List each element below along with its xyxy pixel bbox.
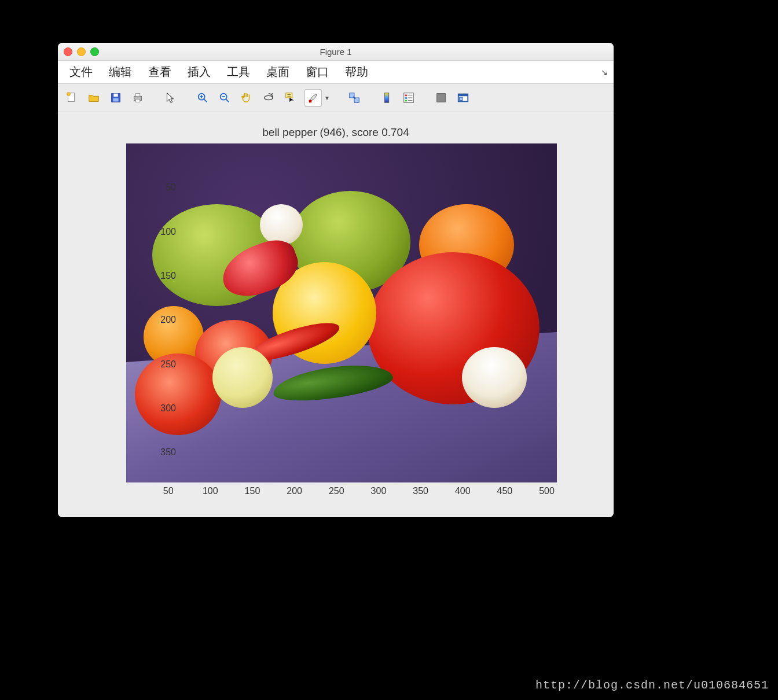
x-tick-label: 100 (203, 486, 218, 496)
titlebar[interactable]: Figure 1 (58, 43, 614, 61)
menu-help[interactable]: 帮助 (337, 62, 376, 82)
y-tick-label: 150 (147, 271, 176, 281)
x-tick-label: 350 (413, 486, 428, 496)
y-tick-label: 250 (147, 359, 176, 370)
x-tick-label: 500 (539, 486, 555, 496)
x-tick-label: 250 (329, 486, 344, 496)
image-plot (126, 143, 557, 482)
open-folder-icon[interactable] (86, 90, 102, 106)
svg-point-15 (265, 95, 273, 100)
color-bar-icon[interactable] (379, 90, 395, 106)
y-tick-label: 100 (147, 227, 176, 237)
svg-line-13 (226, 99, 229, 102)
zoom-in-icon[interactable] (195, 90, 211, 106)
hide-plot-icon[interactable] (433, 90, 449, 106)
menu-file[interactable]: 文件 (61, 62, 101, 82)
menu-tools[interactable]: 工具 (219, 62, 258, 82)
plot-title: bell pepper (946), score 0.704 (58, 126, 614, 139)
link-axes-icon[interactable] (346, 90, 362, 106)
y-tick-label: 200 (147, 315, 176, 325)
x-tick-label: 50 (163, 486, 174, 496)
dock-icon[interactable] (455, 90, 471, 106)
y-tick-label: 300 (147, 403, 176, 414)
menubar: 文件 编辑 查看 插入 工具 桌面 窗口 帮助 ↘ (58, 61, 614, 84)
svg-rect-16 (286, 93, 292, 98)
axes[interactable] (126, 143, 557, 482)
pointer-icon[interactable] (162, 90, 178, 106)
x-tick-label: 400 (455, 486, 471, 496)
svg-rect-30 (437, 94, 446, 102)
print-icon[interactable] (130, 90, 146, 106)
menu-desktop[interactable]: 桌面 (258, 62, 298, 82)
svg-rect-26 (405, 100, 407, 102)
svg-point-1 (67, 93, 71, 96)
rotate-icon[interactable] (260, 90, 277, 106)
menu-window[interactable]: 窗口 (298, 62, 337, 82)
brush-dropdown-icon[interactable]: ▼ (324, 95, 330, 101)
svg-rect-32 (458, 94, 468, 97)
menu-insert[interactable]: 插入 (179, 62, 219, 82)
watermark-text: http://blog.csdn.net/u010684651 (535, 679, 769, 692)
figure-window: Figure 1 文件 编辑 查看 插入 工具 桌面 窗口 帮助 ↘ (58, 43, 614, 517)
x-tick-label: 150 (245, 486, 260, 496)
menu-overflow-icon[interactable]: ↘ (601, 68, 608, 77)
figure-canvas[interactable]: bell pepper (946), score 0.704 (58, 112, 614, 517)
svg-rect-7 (135, 100, 140, 102)
y-tick-label: 50 (147, 182, 176, 193)
save-icon[interactable] (108, 90, 124, 106)
y-tick-label: 350 (147, 447, 176, 458)
menu-view[interactable]: 查看 (140, 62, 179, 82)
x-tick-label: 450 (497, 486, 513, 496)
new-file-icon[interactable] (64, 90, 80, 106)
svg-rect-33 (459, 97, 463, 101)
svg-rect-4 (113, 98, 118, 102)
svg-rect-22 (384, 93, 388, 103)
svg-rect-24 (405, 95, 407, 97)
svg-rect-3 (113, 94, 118, 97)
menu-edit[interactable]: 编辑 (101, 62, 140, 82)
x-tick-label: 200 (287, 486, 302, 496)
svg-line-9 (204, 99, 207, 102)
x-tick-label: 300 (371, 486, 387, 496)
zoom-out-icon[interactable] (216, 90, 233, 106)
svg-rect-6 (135, 94, 140, 97)
pan-icon[interactable] (238, 90, 255, 106)
legend-icon[interactable] (401, 90, 417, 106)
svg-rect-19 (309, 100, 312, 103)
svg-rect-25 (405, 97, 407, 99)
data-cursor-icon[interactable] (282, 90, 299, 106)
brush-icon[interactable] (304, 89, 322, 106)
toolbar: ▼ (58, 84, 614, 112)
window-title: Figure 1 (58, 47, 614, 57)
